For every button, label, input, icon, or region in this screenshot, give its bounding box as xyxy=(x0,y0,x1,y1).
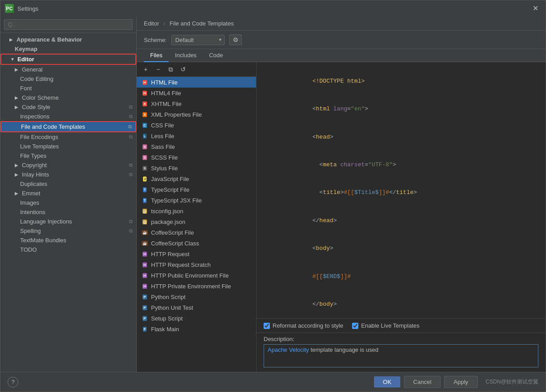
sidebar-item-file-types[interactable]: File Types xyxy=(0,151,136,160)
sidebar-item-editor[interactable]: Editor xyxy=(0,54,136,65)
code-line-3: <head> xyxy=(264,123,538,151)
sidebar-item-font[interactable]: Font xyxy=(0,84,136,93)
title-bar: PC Settings ✕ xyxy=(0,0,546,17)
tab-files[interactable]: Files xyxy=(144,49,168,62)
sidebar-item-textmate-bundles[interactable]: TextMate Bundles xyxy=(0,236,136,245)
file-item-tsx[interactable]: T TypeScript JSX File xyxy=(137,195,256,206)
csdn-badge: CSDN@软件测试空翼 xyxy=(486,378,538,386)
file-item-python-script[interactable]: P Python Script xyxy=(137,291,256,302)
sidebar-item-label: Intentions xyxy=(20,209,45,215)
sidebar-item-label: Live Templates xyxy=(20,143,59,150)
sidebar-item-file-and-code-templates[interactable]: File and Code Templates ⧉ xyxy=(0,121,136,132)
file-item-css[interactable]: C CSS File xyxy=(137,120,256,131)
sidebar-item-code-style[interactable]: Code Style ⧉ xyxy=(0,102,136,112)
ok-button[interactable]: OK xyxy=(374,376,400,388)
file-item-stylus[interactable]: S Stylus File xyxy=(137,163,256,173)
cancel-button[interactable]: Cancel xyxy=(404,376,441,388)
file-item-http-request[interactable]: H HTTP Request xyxy=(137,249,256,259)
close-button[interactable]: ✕ xyxy=(530,4,541,13)
file-item-flask-main[interactable]: F Flask Main xyxy=(137,324,256,334)
sidebar-item-images[interactable]: Images xyxy=(0,198,136,207)
gear-button[interactable]: ⚙ xyxy=(229,34,242,45)
file-item-name: HTTP Public Environment File xyxy=(151,272,229,279)
file-item-typescript[interactable]: T TypeScript File xyxy=(137,184,256,195)
sidebar-item-label: TextMate Bundles xyxy=(20,237,66,244)
copy-icon: ⧉ xyxy=(128,124,132,130)
file-item-name: Python Script xyxy=(151,294,185,300)
apply-button[interactable]: Apply xyxy=(444,376,478,388)
js-file-icon: J xyxy=(141,175,148,182)
tab-includes[interactable]: Includes xyxy=(168,49,202,62)
sidebar-item-label: Images xyxy=(20,199,39,206)
help-button[interactable]: ? xyxy=(8,377,18,388)
tab-code[interactable]: Code xyxy=(203,49,229,62)
scheme-select[interactable]: Default Project xyxy=(171,35,225,45)
http-scratch-icon: H xyxy=(141,261,148,268)
file-item-package-json[interactable]: {} package.json xyxy=(137,216,256,227)
sidebar-item-color-scheme[interactable]: Color Scheme xyxy=(0,93,136,102)
html-file-icon: H xyxy=(141,79,148,86)
sidebar-item-appearance[interactable]: Appearance & Behavior xyxy=(0,35,136,44)
code-line-6: </head> xyxy=(264,207,538,235)
sidebar-item-label: Code Style xyxy=(22,104,50,110)
file-item-sass[interactable]: S Sass File xyxy=(137,141,256,152)
code-editor[interactable]: <!DOCTYPE html> <html lang="en"> <head> … xyxy=(256,62,546,318)
sidebar-item-spelling[interactable]: Spelling ⧉ xyxy=(0,226,136,236)
file-item-name: HTML4 File xyxy=(151,90,181,97)
sidebar-item-copyright[interactable]: Copyright ⧉ xyxy=(0,160,136,170)
file-item-html4[interactable]: H HTML4 File xyxy=(137,88,256,98)
reformat-option[interactable]: Reformat according to style xyxy=(264,322,343,329)
sidebar-item-duplicates[interactable]: Duplicates xyxy=(0,179,136,189)
sidebar-item-inlay-hints[interactable]: Inlay Hints ⧉ xyxy=(0,170,136,179)
sidebar-item-emmet[interactable]: Emmet xyxy=(0,189,136,198)
reset-template-button[interactable]: ↺ xyxy=(178,64,189,74)
sidebar-item-keymap[interactable]: Keymap xyxy=(0,44,136,54)
main-content: Appearance & Behavior Keymap Editor Gene… xyxy=(0,17,546,372)
description-area: Description: Apache Velocity template la… xyxy=(256,333,546,372)
sidebar-item-label: Appearance & Behavior xyxy=(17,36,82,43)
copy-icon: ⧉ xyxy=(129,228,133,234)
file-item-coffeescript[interactable]: ☕ CoffeeScript File xyxy=(137,227,256,238)
live-templates-checkbox[interactable] xyxy=(352,323,358,329)
sidebar-item-label: General xyxy=(22,66,42,73)
file-item-python-unit[interactable]: P Python Unit Test xyxy=(137,302,256,313)
file-item-tsconfig[interactable]: {} tsconfig.json xyxy=(137,206,256,216)
file-item-setup-script[interactable]: P Setup Script xyxy=(137,313,256,324)
sidebar-item-live-templates[interactable]: Live Templates xyxy=(0,142,136,151)
remove-template-button[interactable]: − xyxy=(153,64,164,74)
reformat-checkbox[interactable] xyxy=(264,323,270,329)
sidebar-item-general[interactable]: General xyxy=(0,65,136,74)
live-templates-label: Enable Live Templates xyxy=(361,322,420,329)
sidebar-item-todo[interactable]: TODO xyxy=(0,245,136,254)
file-item-scss[interactable]: S SCSS File xyxy=(137,152,256,163)
file-item-less[interactable]: L Less File xyxy=(137,131,256,141)
file-item-html[interactable]: H HTML File xyxy=(137,77,256,88)
sidebar-item-label: TODO xyxy=(20,246,37,253)
add-template-button[interactable]: + xyxy=(140,64,151,74)
file-item-javascript[interactable]: J JavaScript File xyxy=(137,173,256,184)
css-file-icon: C xyxy=(141,122,148,129)
live-templates-option[interactable]: Enable Live Templates xyxy=(352,322,420,329)
stylus-file-icon: S xyxy=(141,164,148,172)
file-item-http-public[interactable]: H HTTP Public Environment File xyxy=(137,270,256,281)
copy-template-button[interactable]: ⧉ xyxy=(165,64,176,74)
sidebar-item-label: File Encodings xyxy=(20,134,58,140)
sidebar-item-intentions[interactable]: Intentions xyxy=(0,207,136,217)
file-item-xhtml[interactable]: X XHTML File xyxy=(137,98,256,109)
sidebar-item-label: Inspections xyxy=(20,113,50,120)
description-text: template language is used xyxy=(309,346,378,353)
sidebar-item-file-encodings[interactable]: File Encodings ⧉ xyxy=(0,132,136,142)
sidebar-item-language-injections[interactable]: Language Injections ⧉ xyxy=(0,217,136,226)
sidebar-item-code-editing[interactable]: Code Editing xyxy=(0,74,136,84)
file-item-http-scratch[interactable]: H HTTP Request Scratch xyxy=(137,259,256,270)
apache-velocity-link[interactable]: Apache Velocity xyxy=(268,346,309,353)
file-item-xml-properties[interactable]: X XML Properties File xyxy=(137,109,256,120)
file-item-http-private[interactable]: H HTTP Private Environment File xyxy=(137,281,256,291)
file-item-name: XML Properties File xyxy=(151,111,202,118)
file-item-name: JavaScript File xyxy=(151,176,189,182)
file-item-coffeescript-class[interactable]: ☕ CoffeeScript Class xyxy=(137,238,256,249)
code-panel: <!DOCTYPE html> <html lang="en"> <head> … xyxy=(256,62,546,372)
sidebar-item-inspections[interactable]: Inspections ⧉ xyxy=(0,112,136,121)
description-label: Description: xyxy=(264,336,538,342)
search-input[interactable] xyxy=(4,19,133,30)
